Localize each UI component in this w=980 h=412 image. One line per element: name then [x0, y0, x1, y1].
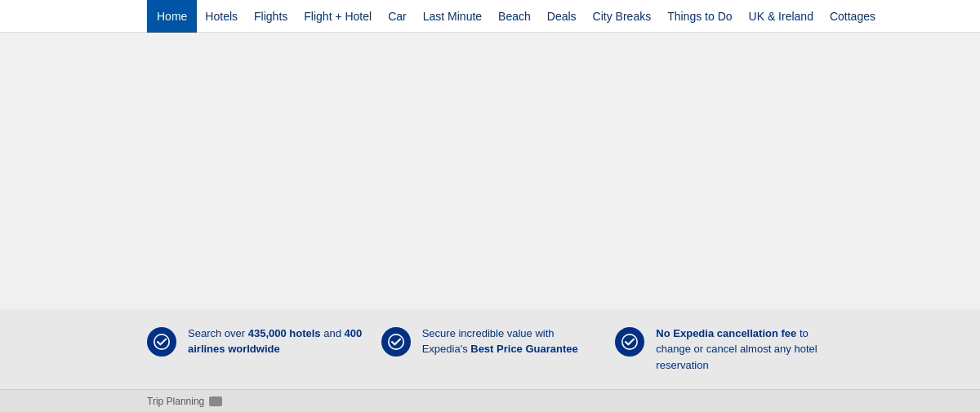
trip-planning-label: Trip Planning — [147, 396, 222, 407]
nav-item-flights[interactable]: Flights — [246, 0, 296, 33]
features-section: Search over 435,000 hotels and 400 airli… — [0, 309, 980, 390]
nav-item-things-to-do[interactable]: Things to Do — [659, 0, 740, 33]
svg-point-0 — [154, 334, 169, 348]
nav-item-car[interactable]: Car — [380, 0, 415, 33]
feature-hotels: Search over 435,000 hotels and 400 airli… — [147, 326, 365, 357]
feature-cancellation: No Expedia cancellation fee to change or… — [615, 326, 833, 374]
feature-hotels-text: Search over 435,000 hotels and 400 airli… — [188, 326, 365, 357]
nav-item-deals[interactable]: Deals — [539, 0, 585, 33]
feature-best-price: Secure incredible value with Expedia's B… — [381, 326, 599, 357]
feature-cancellation-text: No Expedia cancellation fee to change or… — [656, 326, 833, 374]
nav-item-beach[interactable]: Beach — [490, 0, 539, 33]
footer-bar: Trip Planning — [0, 389, 980, 412]
checkmark-icon-cancel — [615, 327, 644, 357]
trip-planning-icon — [209, 396, 222, 406]
feature-best-price-text: Secure incredible value with Expedia's B… — [422, 326, 599, 357]
nav-item-uk-ireland[interactable]: UK & Ireland — [741, 0, 822, 33]
nav-item-cottages[interactable]: Cottages — [822, 0, 884, 33]
svg-point-2 — [622, 334, 637, 348]
nav-item-home[interactable]: Home — [147, 0, 197, 33]
main-content: Search over 435,000 hotels and 400 airli… — [0, 33, 980, 389]
checkmark-icon-price — [381, 327, 411, 357]
nav-item-last-minute[interactable]: Last Minute — [415, 0, 490, 33]
nav-list: Home Hotels Flights Flight + Hotel Car L… — [147, 0, 884, 33]
svg-point-1 — [389, 334, 403, 348]
navigation: Home Hotels Flights Flight + Hotel Car L… — [0, 0, 980, 33]
trip-planning-text: Trip Planning — [147, 396, 204, 407]
nav-item-flight-hotel[interactable]: Flight + Hotel — [296, 0, 380, 33]
nav-item-city-breaks[interactable]: City Breaks — [585, 0, 660, 33]
nav-item-hotels[interactable]: Hotels — [197, 0, 246, 33]
checkmark-icon-hotels — [147, 327, 176, 357]
